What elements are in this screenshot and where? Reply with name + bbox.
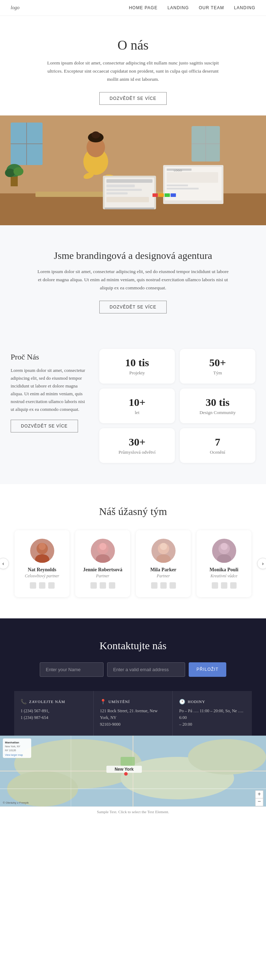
navbar: logo HOME PAGE LANDING OUR TEAM LANDING bbox=[0, 0, 266, 16]
contact-phone-title: 📞 ZAVOLEJTE NÁM bbox=[21, 699, 87, 705]
team-name-3: Monika Pouli bbox=[204, 567, 244, 573]
team-card-2: Mila Parker Partner bbox=[136, 530, 191, 597]
contact-location-text: 121 Rock Street, 21 Avenue, New York, NY… bbox=[100, 708, 166, 728]
twitter-icon-1[interactable] bbox=[100, 582, 106, 589]
svg-text:© Obrázky z Freepik: © Obrázky z Freepik bbox=[3, 801, 29, 804]
svg-rect-23 bbox=[106, 197, 149, 202]
twitter-icon-3[interactable] bbox=[221, 582, 228, 589]
stat-card-5: 7 Ocenění bbox=[180, 428, 255, 463]
contact-location-box: 📍 UMÍSTĚNÍ 121 Rock Street, 21 Avenue, N… bbox=[94, 691, 173, 736]
contact-section: Kontaktujte nás PŘILOŽIT 📞 ZAVOLEJTE NÁM… bbox=[0, 618, 266, 736]
svg-point-44 bbox=[99, 543, 106, 550]
contact-name-input[interactable] bbox=[40, 662, 104, 677]
facebook-icon-0[interactable] bbox=[30, 582, 36, 589]
svg-rect-20 bbox=[106, 185, 135, 187]
about-section: O nás Lorem ipsum dolor sit amet, consec… bbox=[0, 16, 266, 115]
branding-section: Jsme brandingová a designová agentura Lo… bbox=[0, 225, 266, 328]
svg-rect-28 bbox=[167, 172, 218, 183]
nav-links: HOME PAGE LANDING OUR TEAM LANDING bbox=[129, 5, 255, 10]
team-avatar-0 bbox=[30, 539, 54, 563]
team-name-2: Mila Parker bbox=[143, 567, 184, 573]
svg-rect-19 bbox=[106, 179, 152, 183]
stats-left-panel: Proč Nás Lorem ipsum dolor sit amet, con… bbox=[11, 349, 89, 433]
svg-rect-22 bbox=[106, 192, 128, 194]
twitter-icon-2[interactable] bbox=[160, 582, 167, 589]
svg-rect-33 bbox=[159, 193, 164, 197]
avatar-illustration-3 bbox=[212, 539, 236, 563]
svg-text:New York: New York bbox=[115, 767, 134, 772]
stat-number-5: 7 bbox=[187, 436, 248, 448]
avatar-illustration-1 bbox=[91, 539, 115, 563]
team-role-0: Celosvětový partner bbox=[22, 573, 62, 579]
contact-location-title: 📍 UMÍSTĚNÍ bbox=[100, 699, 166, 705]
avatar-illustration-2 bbox=[151, 539, 176, 563]
team-role-3: Kreativní vůdce bbox=[204, 573, 244, 579]
contact-title: Kontaktujte nás bbox=[14, 640, 252, 652]
contact-submit-button[interactable]: PŘILOŽIT bbox=[189, 662, 226, 677]
team-social-3 bbox=[204, 582, 244, 589]
facebook-icon-3[interactable] bbox=[212, 582, 218, 589]
svg-text:NY 10126: NY 10126 bbox=[5, 749, 16, 752]
svg-rect-34 bbox=[165, 193, 170, 197]
branding-cta-button[interactable]: DOZVĚDĚT SE VÍCE bbox=[99, 301, 167, 313]
stat-number-2: 10+ bbox=[106, 396, 168, 408]
about-cta-button[interactable]: DOZVĚDĚT SE VÍCE bbox=[99, 92, 167, 105]
facebook-icon-1[interactable] bbox=[90, 582, 97, 589]
svg-point-40 bbox=[35, 554, 49, 563]
nav-landing-2[interactable]: LANDING bbox=[234, 5, 255, 10]
instagram-icon-1[interactable] bbox=[109, 582, 115, 589]
instagram-icon-2[interactable] bbox=[170, 582, 176, 589]
contact-phone-box: 📞 ZAVOLEJTE NÁM 1 (234) 567-891, 1 (234)… bbox=[14, 691, 94, 736]
team-avatar-1 bbox=[91, 539, 115, 563]
instagram-icon-0[interactable] bbox=[48, 582, 54, 589]
contact-hours-title: 🕐 HODINY bbox=[179, 699, 245, 705]
svg-text:New York, NY: New York, NY bbox=[5, 745, 21, 748]
team-avatar-2 bbox=[151, 539, 176, 563]
svg-point-8 bbox=[5, 169, 15, 177]
clock-icon: 🕐 bbox=[179, 699, 186, 705]
stat-card-1: 50+ Tým bbox=[180, 349, 255, 383]
team-role-1: Partner bbox=[82, 573, 123, 579]
svg-rect-21 bbox=[106, 189, 142, 191]
footer-strip: Sample Text. Click to select the Text El… bbox=[0, 807, 266, 817]
svg-point-41 bbox=[38, 543, 46, 550]
svg-point-43 bbox=[96, 554, 110, 563]
location-icon: 📍 bbox=[100, 699, 106, 705]
nav-our-team[interactable]: OUR TEAM bbox=[199, 5, 224, 10]
nav-landing-1[interactable]: LANDING bbox=[167, 5, 189, 10]
team-title: Náš úžasný tým bbox=[7, 505, 259, 517]
svg-point-9 bbox=[13, 167, 23, 176]
team-avatar-3 bbox=[212, 539, 236, 563]
svg-rect-35 bbox=[171, 193, 176, 197]
stat-card-2: 10+ let bbox=[99, 388, 175, 423]
contact-form: PŘILOŽIT bbox=[14, 662, 252, 677]
stat-number-1: 50+ bbox=[187, 356, 248, 369]
facebook-icon-2[interactable] bbox=[151, 582, 157, 589]
svg-rect-29 bbox=[167, 185, 188, 186]
stat-card-0: 10 tis Projekty bbox=[99, 349, 175, 383]
stat-label-1: Tým bbox=[187, 370, 248, 376]
hero-illustration: LOGO bbox=[0, 115, 266, 225]
carousel-next-button[interactable]: › bbox=[257, 558, 266, 569]
nav-homepage[interactable]: HOME PAGE bbox=[129, 5, 157, 10]
stat-label-0: Projekty bbox=[106, 370, 168, 376]
hero-image-bg: LOGO bbox=[0, 115, 266, 225]
branding-body: Lorem ipsum dolor sit amet, consectetur … bbox=[35, 268, 231, 292]
svg-point-50 bbox=[221, 543, 228, 550]
contact-email-input[interactable] bbox=[107, 662, 185, 677]
footer-text: Sample Text. Click to select the Text El… bbox=[97, 810, 169, 814]
stats-cta-button[interactable]: DOZVĚDĚT SE VÍCE bbox=[11, 420, 78, 433]
instagram-icon-3[interactable] bbox=[230, 582, 237, 589]
team-card-3: Monika Pouli Kreativní vůdce bbox=[197, 530, 252, 597]
svg-point-55 bbox=[188, 739, 266, 775]
stat-label-3: Design Community bbox=[187, 410, 248, 415]
svg-text:+: + bbox=[258, 791, 261, 797]
carousel-prev-button[interactable]: ‹ bbox=[0, 558, 9, 569]
svg-text:−: − bbox=[258, 798, 261, 804]
svg-rect-63 bbox=[120, 757, 135, 766]
contact-phone-text: 1 (234) 567-891, 1 (234) 987-654 bbox=[21, 708, 87, 721]
twitter-icon-0[interactable] bbox=[39, 582, 45, 589]
svg-text:LOGO: LOGO bbox=[174, 169, 182, 172]
stats-body: Lorem ipsum dolor sit amet, consectetur … bbox=[11, 367, 89, 414]
about-title: O nás bbox=[43, 37, 223, 53]
